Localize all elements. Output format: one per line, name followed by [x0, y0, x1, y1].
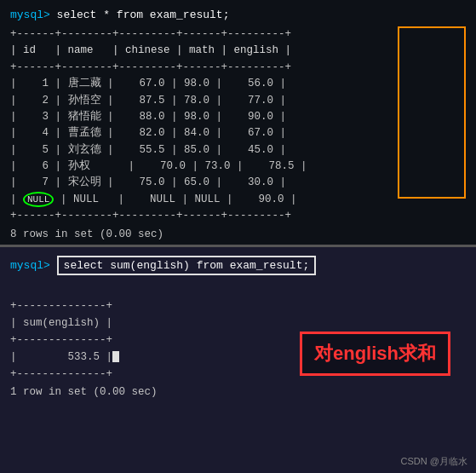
table-row: | 4 | 曹孟德 | 82.0 | 84.0 | 67.0 | [10, 125, 466, 141]
from-keyword: from [117, 9, 143, 21]
top-divider-2: +------+--------+---------+------+------… [10, 60, 466, 76]
null-circle: NULL [23, 192, 54, 207]
top-divider-1: +------+--------+---------+------+------… [10, 26, 466, 43]
annotation-text: 对english求和 [314, 343, 436, 364]
sum-header-divider: +--------------+ [10, 300, 112, 312]
mysql-prompt-2: mysql> [10, 259, 57, 272]
top-table: +------+--------+---------+------+------… [10, 26, 466, 225]
table-name: exam_result; [143, 9, 229, 21]
table-row: | 7 | 宋公明 | 75.0 | 65.0 | 30.0 | [10, 175, 466, 191]
bottom-rows-info: 1 row in set (0.00 sec) [10, 386, 466, 398]
top-prompt: mysql> select * from exam_result; [10, 9, 466, 21]
table-row: | 2 | 孙悟空 | 87.5 | 78.0 | 77.0 | [10, 93, 466, 109]
text-cursor [112, 351, 119, 362]
table-row: | 6 | 孙权 | 70.0 | 73.0 | 78.5 | [10, 159, 466, 175]
select-keyword: select * [57, 9, 117, 21]
bottom-panel: mysql> select sum(english) from exam_res… [0, 247, 476, 473]
sum-end-divider: +--------------+ [10, 368, 112, 380]
table-row: | 3 | 猪悟能 | 88.0 | 98.0 | 90.0 | [10, 109, 466, 125]
bottom-divider: +------+--------+---------+------+------… [10, 208, 466, 224]
sum-value-row: | 533.5 | [10, 351, 112, 363]
table-header: | id | name | chinese | math | english | [10, 43, 466, 59]
sum-header: | sum(english) | [10, 317, 112, 329]
annotation-box: 对english求和 [300, 332, 450, 376]
top-panel: mysql> select * from exam_result; +-----… [0, 0, 476, 247]
sum-value-divider: +--------------+ [10, 334, 112, 346]
table-row: | 5 | 刘玄德 | 55.5 | 85.0 | 45.0 | [10, 142, 466, 159]
table-row: | 1 | 唐二藏 | 67.0 | 98.0 | 56.0 | [10, 76, 466, 92]
top-rows-info: 8 rows in set (0.00 sec) [10, 228, 466, 240]
watermark: CSDN @月临水 [401, 455, 467, 468]
bottom-content: +--------------+ | sum(english) | +-----… [10, 280, 466, 383]
sql-command-box: select sum(english) from exam_result; [57, 256, 317, 275]
mysql-prompt: mysql> [10, 9, 57, 21]
table-row-null: | NULL | NULL | NULL | NULL | 90.0 | [10, 192, 466, 208]
bottom-prompt-line: mysql> select sum(english) from exam_res… [10, 256, 466, 275]
